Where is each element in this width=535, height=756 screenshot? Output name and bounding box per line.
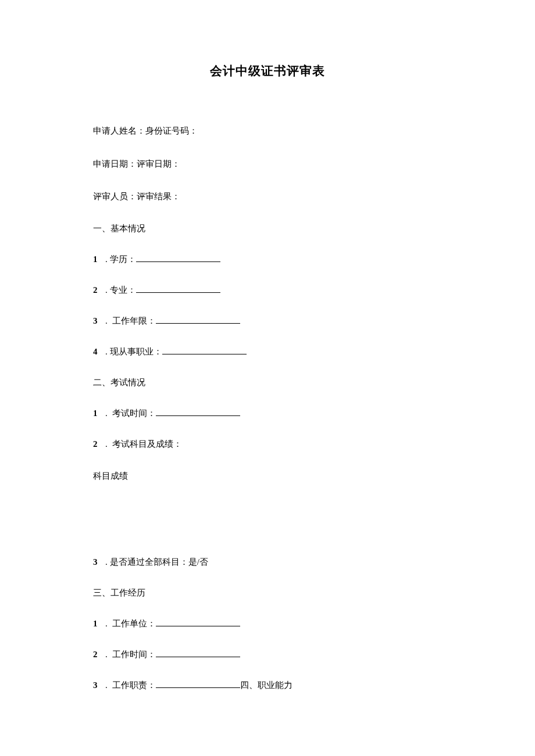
blank-line <box>156 650 240 657</box>
item-dot: . <box>105 285 108 295</box>
section-3-heading: 三、工作经历 <box>93 587 442 599</box>
work-unit-item: 1. 工作单位： <box>93 618 442 629</box>
applicant-name-line: 申请人姓名：身份证号码： <box>93 124 442 138</box>
exam-time-item: 1. 考试时间： <box>93 408 442 419</box>
work-years-item: 3. 工作年限： <box>93 316 442 327</box>
work-time-item: 2. 工作时间： <box>93 649 442 660</box>
item-number: 1 <box>93 409 104 418</box>
item-dot: . <box>105 409 108 418</box>
item-dot: . <box>105 680 108 690</box>
reviewer-line: 评审人员：评审结果： <box>93 190 442 203</box>
item-label: 现从事职业： <box>110 347 162 356</box>
blank-line <box>156 409 240 416</box>
item-number: 3 <box>93 316 104 326</box>
item-label: 学历： <box>110 255 136 264</box>
document-title: 会计中级证书评审表 <box>93 63 442 79</box>
major-item: 2.专业： <box>93 285 442 296</box>
section-4-heading-inline: 四、职业能力 <box>240 680 293 690</box>
item-label: 工作时间： <box>110 650 156 659</box>
blank-line <box>156 317 240 324</box>
item-number: 1 <box>93 255 104 264</box>
blank-line <box>136 286 220 293</box>
item-dot: . <box>105 439 108 449</box>
item-number: 2 <box>93 285 104 295</box>
section-1-heading: 一、基本情况 <box>93 223 442 234</box>
exam-subject-score-item: 2. 考试科目及成绩： <box>93 439 442 450</box>
item-number: 1 <box>93 619 104 629</box>
item-dot: . <box>105 557 108 567</box>
item-label: 专业： <box>110 285 136 295</box>
item-number: 3 <box>93 680 104 690</box>
subject-score-label: 科目成绩 <box>93 470 442 483</box>
item-label: 工作单位： <box>110 619 156 628</box>
application-date-line: 申请日期：评审日期： <box>93 157 442 171</box>
item-label: 工作职责： <box>110 680 156 690</box>
item-dot: . <box>105 619 108 628</box>
item-label: 是否通过全部科目：是/否 <box>110 557 208 567</box>
item-number: 3 <box>93 557 104 567</box>
blank-line <box>156 681 240 688</box>
item-number: 2 <box>93 439 104 449</box>
current-occupation-item: 4.现从事职业： <box>93 346 442 357</box>
item-dot: . <box>105 347 108 356</box>
blank-line <box>156 619 240 626</box>
pass-all-item: 3.是否通过全部科目：是/否 <box>93 557 442 568</box>
blank-line <box>162 347 247 354</box>
blank-line <box>136 255 220 262</box>
work-duty-item: 3. 工作职责：四、职业能力 <box>93 680 442 691</box>
education-item: 1.学历： <box>93 254 442 265</box>
item-label: 考试时间： <box>110 409 156 418</box>
item-number: 4 <box>93 347 104 357</box>
item-number: 2 <box>93 650 104 660</box>
item-dot: . <box>105 255 108 264</box>
item-dot: . <box>105 650 108 659</box>
section-2-heading: 二、考试情况 <box>93 377 442 388</box>
item-label: 考试科目及成绩： <box>110 439 182 449</box>
item-dot: . <box>105 316 108 325</box>
item-label: 工作年限： <box>110 316 156 325</box>
